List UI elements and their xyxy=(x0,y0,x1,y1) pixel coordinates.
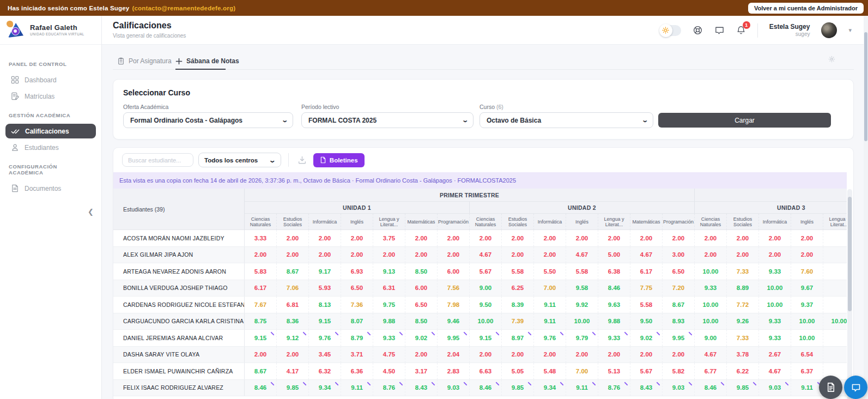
grade-cell[interactable]: 8.97 xyxy=(502,330,534,346)
grade-cell[interactable]: 9.03 xyxy=(438,380,470,396)
grade-cell[interactable]: 6.00 xyxy=(438,263,470,280)
search-input[interactable] xyxy=(122,153,193,167)
messages-icon[interactable] xyxy=(714,25,725,35)
grade-cell[interactable]: 9.34 xyxy=(309,380,341,396)
grade-cell[interactable]: 2.00 xyxy=(341,230,373,246)
grade-cell[interactable]: 2.00 xyxy=(309,247,341,263)
grade-cell[interactable]: 6.63 xyxy=(470,363,502,379)
grade-cell[interactable]: 9.88 xyxy=(598,313,630,330)
grade-cell[interactable]: 2.00 xyxy=(502,247,534,263)
sidebar-item-documentos[interactable]: Documentos xyxy=(5,181,96,196)
grade-cell[interactable]: 2.00 xyxy=(759,230,791,246)
grade-cell[interactable]: 2.00 xyxy=(759,247,791,263)
grade-cell[interactable]: 6.93 xyxy=(341,263,373,280)
grade-cell[interactable]: 9.00 xyxy=(470,280,502,297)
grade-cell[interactable]: 7.60 xyxy=(791,263,823,280)
grade-cell[interactable]: 5.58 xyxy=(566,263,598,280)
grade-cell[interactable]: 9.03 xyxy=(663,380,695,396)
grade-cell[interactable]: 9.75 xyxy=(373,297,405,313)
grade-cell[interactable]: 2.00 xyxy=(727,247,759,263)
grade-cell[interactable]: 9.33 xyxy=(598,330,630,346)
grade-cell[interactable]: 6.00 xyxy=(405,280,438,297)
grade-cell[interactable]: 7.00 xyxy=(566,363,598,379)
download-icon[interactable] xyxy=(296,154,308,166)
grade-cell[interactable]: 2.00 xyxy=(663,230,695,246)
grade-cell[interactable]: 6.50 xyxy=(663,263,695,280)
grade-cell[interactable]: 4.50 xyxy=(373,363,405,379)
grade-cell[interactable]: 9.03 xyxy=(759,380,791,396)
grade-cell[interactable]: 2.00 xyxy=(277,230,309,246)
grade-cell[interactable] xyxy=(823,230,847,246)
grade-cell[interactable]: 2.00 xyxy=(309,230,341,246)
tab-sabana-de-notas[interactable]: Sábana de Notas xyxy=(175,54,239,68)
sidebar-item-matrculas[interactable]: Matrículas xyxy=(5,89,96,104)
grade-cell[interactable]: 2.00 xyxy=(791,230,823,246)
grade-cell[interactable]: 9.11 xyxy=(566,380,598,396)
grade-cell[interactable]: 7.00 xyxy=(534,280,566,297)
grade-cell[interactable]: 9.15 xyxy=(245,330,277,346)
grade-cell[interactable]: 2.00 xyxy=(373,247,405,263)
documents-fab[interactable] xyxy=(819,376,842,399)
grade-cell[interactable]: 9.02 xyxy=(405,330,438,346)
chat-fab[interactable] xyxy=(844,376,867,399)
grade-cell[interactable]: 8.50 xyxy=(405,263,438,280)
grade-cell[interactable]: 2.00 xyxy=(470,347,502,363)
grade-cell[interactable]: 2.00 xyxy=(502,230,534,246)
grade-cell[interactable]: 6.77 xyxy=(695,363,727,379)
grade-cell[interactable]: 2.00 xyxy=(341,247,373,263)
user-menu[interactable]: Estela Sugey sugey xyxy=(769,23,810,38)
grade-cell[interactable]: 2.00 xyxy=(791,247,823,263)
grade-cell[interactable]: 8.67 xyxy=(277,263,309,280)
grade-cell[interactable]: 8.46 xyxy=(470,380,502,396)
grade-cell[interactable]: 2.67 xyxy=(759,347,791,363)
grade-cell[interactable]: 2.83 xyxy=(438,363,470,379)
grade-cell[interactable]: 4.67 xyxy=(470,247,502,263)
grade-cell[interactable] xyxy=(823,347,847,363)
grade-cell[interactable]: 8.75 xyxy=(245,313,277,330)
grade-cell[interactable]: 2.00 xyxy=(277,247,309,263)
grade-cell[interactable]: 7.33 xyxy=(727,330,759,346)
sidebar-item-estudiantes[interactable]: Estudiantes xyxy=(5,140,96,155)
grade-cell[interactable]: 9.95 xyxy=(438,330,470,346)
grade-cell[interactable]: 3.00 xyxy=(663,247,695,263)
grade-cell[interactable]: 8.50 xyxy=(405,313,438,330)
grade-cell[interactable]: 5.05 xyxy=(502,363,534,379)
avatar[interactable] xyxy=(821,22,837,38)
grade-cell[interactable]: 4.75 xyxy=(373,347,405,363)
grade-cell[interactable]: 4.17 xyxy=(277,363,309,379)
grade-cell[interactable]: 9.33 xyxy=(759,313,791,330)
grade-cell[interactable]: 8.79 xyxy=(341,330,373,346)
grade-cell[interactable] xyxy=(823,330,847,346)
grade-cell[interactable]: 8.43 xyxy=(630,380,663,396)
grade-cell[interactable]: 9.34 xyxy=(534,380,566,396)
grade-cell[interactable]: 4.67 xyxy=(695,347,727,363)
grade-cell[interactable]: 2.04 xyxy=(438,347,470,363)
grade-cell[interactable]: 9.50 xyxy=(470,297,502,313)
grade-cell[interactable]: 9.11 xyxy=(534,313,566,330)
grade-cell[interactable]: 2.00 xyxy=(727,230,759,246)
grade-cell[interactable]: 8.39 xyxy=(502,297,534,313)
grade-cell[interactable]: 8.76 xyxy=(598,380,630,396)
grade-cell[interactable]: 8.93 xyxy=(663,313,695,330)
grade-cell[interactable]: 2.00 xyxy=(470,230,502,246)
grade-cell[interactable]: 9.17 xyxy=(309,263,341,280)
curso-select[interactable]: Octavo de Básica⌄ xyxy=(479,112,653,128)
grade-cell[interactable]: 7.06 xyxy=(277,280,309,297)
grade-cell[interactable]: 9.85 xyxy=(277,380,309,396)
grade-cell[interactable]: 9.50 xyxy=(630,313,663,330)
grade-cell[interactable]: 2.00 xyxy=(534,347,566,363)
support-icon[interactable] xyxy=(693,25,703,35)
grade-cell[interactable]: 3.71 xyxy=(341,347,373,363)
grade-cell[interactable]: 10.00 xyxy=(695,313,727,330)
grade-cell[interactable]: 9.13 xyxy=(373,263,405,280)
grade-cell[interactable]: 9.02 xyxy=(630,330,663,346)
boletines-button[interactable]: Boletines xyxy=(313,153,365,167)
grade-cell[interactable]: 7.72 xyxy=(727,297,759,313)
grade-cell[interactable]: 6.25 xyxy=(502,280,534,297)
grade-cell[interactable]: 5.82 xyxy=(663,363,695,379)
grade-cell[interactable]: 10.00 xyxy=(470,313,502,330)
grade-cell[interactable] xyxy=(823,263,847,280)
grade-cell[interactable]: 6.17 xyxy=(245,280,277,297)
grade-cell[interactable]: 2.00 xyxy=(566,347,598,363)
sidebar-item-calificaciones[interactable]: Calificaciones xyxy=(5,124,96,138)
